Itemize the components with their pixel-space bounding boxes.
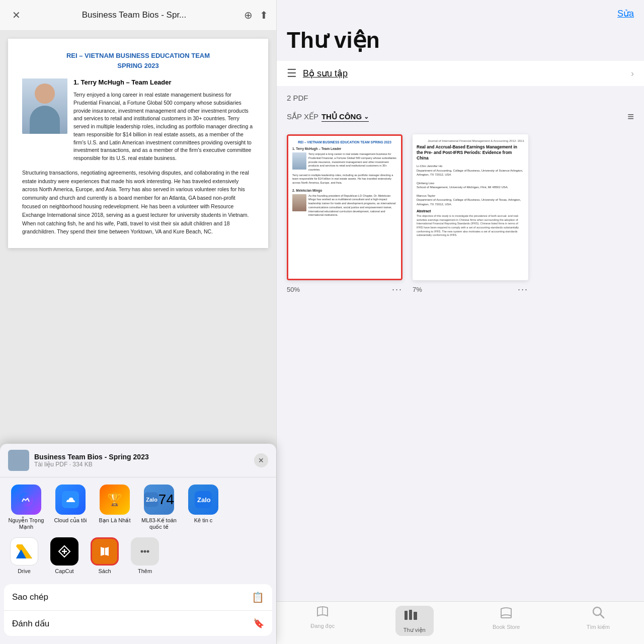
person-photo (22, 78, 67, 134)
sach-label: Sách (98, 568, 111, 574)
share-file-row: Business Team Bios - Spring 2023 Tài liệ… (0, 444, 276, 477)
capcut-label: CapCut (55, 568, 73, 574)
book-store-icon (499, 606, 513, 622)
ml83-label: ML83-Kế toán quốc tế (139, 517, 179, 530)
share-bottom-buttons: Sao chép 📋 Đánh dấu 🔖 (4, 584, 272, 636)
cloud-icon (55, 485, 86, 515)
share-file-details: Business Team Bios - Spring 2023 Tài liệ… (34, 453, 149, 468)
share-actions-row: Drive CapCut Sách Thêm (0, 534, 276, 581)
share-file-info: Business Team Bios - Spring 2023 Tài liệ… (8, 450, 149, 471)
share-icon[interactable]: ⬆ (260, 9, 268, 21)
dang-doc-label: Đang đọc (310, 623, 335, 629)
pdf-mini-text2-1: As the founding president of Republican … (308, 194, 397, 217)
pdf-card-footer-2: 7% ··· (413, 284, 528, 295)
pdf-person-section: 1. Terry McHugh – Team Leader Terry enjo… (22, 78, 254, 163)
svg-rect-18 (414, 612, 417, 620)
share-app-ke-toan[interactable]: Zalo Kê tin c (181, 485, 225, 530)
more-icon (131, 537, 159, 566)
pdf-thumb-1: REI – VIETNAM BUSINESS EDUCATION TEAM SP… (287, 134, 403, 280)
tab-thu-vien[interactable]: Thư viện (369, 606, 461, 636)
share-action-more[interactable]: Thêm (125, 537, 165, 574)
list-toggle-button[interactable]: ≡ (627, 110, 634, 123)
library-title: Thư viện (277, 23, 644, 61)
svg-line-20 (600, 614, 604, 618)
pdf-page: REI – VIETNAM BUSINESS EDUCATION TEAM SP… (8, 39, 268, 248)
share-app-ml83[interactable]: Zalo 74 ML83-Kế toán quốc tế (137, 485, 181, 530)
pdf-mini-title-1: REI – VIETNAM BUSINESS EDUCATION TEAM SP… (292, 140, 397, 144)
pdf-authors-2: Li-Chin Jennifer Ho Department of Accoun… (417, 164, 524, 206)
pdf-percent-1: 50% (287, 286, 300, 293)
left-topbar: ✕ Business Team Bios - Spr... ⊕ ⬆ (0, 0, 276, 31)
svg-point-14 (144, 550, 146, 553)
share-app-ban-la-nhat[interactable]: 🏆 Bạn Là Nhất (93, 485, 137, 530)
pdf-count: 2 PDF (277, 87, 644, 106)
person-text: Terry enjoyed a long career in real esta… (73, 91, 254, 163)
topbar-right-icons: ⊕ ⬆ (244, 9, 268, 21)
bookmark-button[interactable]: Đánh dấu 🔖 (4, 611, 272, 636)
sort-prefix: SẮP XẾP (287, 112, 318, 121)
sort-row: SẮP XẾP THỦ CÔNG ⌄ ≡ (277, 106, 644, 129)
pdf-card-1[interactable]: REI – VIETNAM BUSINESS EDUCATION TEAM SP… (287, 134, 403, 295)
sort-chevron-icon: ⌄ (364, 113, 369, 120)
pdf-more-2[interactable]: ··· (518, 284, 528, 295)
svg-point-13 (141, 550, 143, 553)
add-icon[interactable]: ⊕ (244, 9, 253, 21)
pdf-card-2[interactable]: Journal of International Financial Manag… (413, 134, 528, 295)
person-name: 1. Terry McHugh – Team Leader (73, 78, 254, 86)
pdf-abstract-title-2: Abstract (417, 209, 524, 213)
pdf-title: REI – VIETNAM BUSINESS EDUCATION TEAM SP… (22, 51, 254, 70)
right-panel: Sửa Thư viện ☰ Bộ sưu tập › 2 PDF SẮP XẾ… (277, 0, 644, 644)
pdf-body: Structuring transactions, negotiating ag… (22, 169, 254, 236)
ml83-badge: 74 (158, 492, 174, 508)
bookmark-label: Đánh dấu (12, 618, 49, 629)
thu-vien-label: Thư viện (404, 627, 426, 633)
pdf-mini-person-1: Terry enjoyed a long career in real esta… (292, 152, 397, 172)
share-action-capcut[interactable]: CapCut (44, 537, 85, 574)
share-file-meta: Tài liệu PDF · 334 KB (34, 461, 149, 468)
svg-text:Zalo: Zalo (146, 497, 157, 503)
book-store-label: Book Store (493, 624, 520, 630)
pdf-mini-text-1: Terry enjoyed a long career in real esta… (308, 152, 397, 172)
document-title: Business Team Bios - Spr... (28, 10, 240, 20)
edit-button[interactable]: Sửa (617, 8, 634, 19)
close-button[interactable]: ✕ (8, 7, 24, 23)
tim-kiem-icon (592, 606, 605, 622)
tab-book-store[interactable]: Book Store (460, 606, 552, 636)
sort-value-button[interactable]: THỦ CÔNG ⌄ (321, 112, 369, 122)
share-sheet: Business Team Bios - Spring 2023 Tài liệ… (0, 444, 276, 644)
share-file-thumb (8, 450, 29, 471)
share-app-messenger[interactable]: Nguyễn Trọng Mạnh (4, 485, 48, 530)
copy-button[interactable]: Sao chép 📋 (4, 584, 272, 611)
cloud-label: Cloud của tôi (54, 517, 87, 524)
ban-la-nhat-icon: 🏆 (100, 485, 130, 515)
share-file-name: Business Team Bios - Spring 2023 (34, 453, 149, 461)
copy-label: Sao chép (12, 592, 48, 602)
more-label: Thêm (138, 568, 152, 574)
tab-bar: Đang đọc Thư viện Book Store (277, 601, 644, 644)
thu-vien-active-bg: Thư viện (395, 606, 434, 636)
pdf-header-2: Journal of International Financial Manag… (417, 139, 524, 142)
collection-icon: ☰ (287, 67, 297, 80)
pdf-more-1[interactable]: ··· (392, 284, 403, 295)
svg-rect-16 (405, 611, 408, 620)
pdf-mini-body-1: Terry served in multiple leadership role… (292, 174, 397, 185)
avatar (22, 78, 67, 134)
pdf-mini-person2-1: As the founding president of Republican … (292, 194, 397, 217)
svg-point-15 (147, 550, 149, 553)
drive-label: Drive (18, 568, 31, 574)
collection-row[interactable]: ☰ Bộ sưu tập › (277, 61, 644, 86)
ban-la-nhat-label: Bạn Là Nhất (99, 517, 131, 524)
left-panel: ✕ Business Team Bios - Spr... ⊕ ⬆ REI – … (0, 0, 277, 644)
share-action-sach[interactable]: Sách (85, 537, 125, 574)
pdf-mini-photo2-1 (292, 194, 306, 211)
share-close-button[interactable]: ✕ (254, 453, 268, 467)
ml83-icon: Zalo 74 (144, 485, 174, 515)
tab-dang-doc[interactable]: Đang đọc (277, 606, 369, 636)
collection-label: Bộ sưu tập (303, 68, 631, 79)
messenger-label: Nguyễn Trọng Mạnh (6, 517, 46, 530)
pdf-card-footer-1: 50% ··· (287, 284, 403, 295)
tab-tim-kiem[interactable]: Tìm kiếm (552, 606, 645, 636)
svg-text:Zalo: Zalo (197, 496, 211, 504)
share-action-drive[interactable]: Drive (4, 537, 44, 574)
share-app-cloud[interactable]: Cloud của tôi (48, 485, 93, 530)
